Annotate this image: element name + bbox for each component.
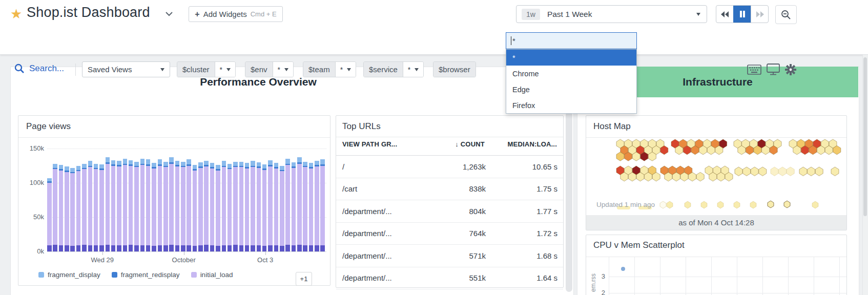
cell-count: 764k	[435, 229, 486, 238]
plus-icon: +	[195, 10, 199, 18]
host-hexagon[interactable]	[831, 167, 839, 176]
host-hexagon[interactable]	[815, 167, 823, 176]
table-row[interactable]: /department/...571k1.68 s	[336, 245, 563, 267]
legend-item[interactable]: initial_load	[191, 271, 233, 279]
dropdown-option[interactable]: Chrome	[506, 66, 636, 81]
host-hexagon[interactable]	[812, 201, 818, 208]
bar-segment-fragment_display	[262, 164, 267, 168]
title-chevron-down-icon[interactable]	[165, 11, 173, 16]
pause-button[interactable]	[733, 6, 751, 23]
column-view-path[interactable]: VIEW PATH GR...	[342, 140, 428, 148]
host-hexagon[interactable]	[779, 167, 787, 176]
host-hexagon[interactable]	[735, 167, 742, 176]
host-hexagon[interactable]	[808, 167, 815, 176]
bar-segment-fragment_display	[193, 165, 197, 169]
cell-median: 1.75 s	[486, 184, 557, 193]
cell-view-path: /department/...	[336, 273, 435, 282]
host-hex-cluster[interactable]	[616, 166, 660, 181]
zoom-out-button[interactable]	[775, 5, 797, 24]
bar-segment-+1_hidden_series	[53, 245, 57, 251]
bar-segment-+1_hidden_series	[262, 246, 267, 251]
legend-label: fragment_display	[48, 271, 100, 279]
host-hex-cluster[interactable]	[616, 139, 668, 161]
legend-overflow-badge[interactable]: +1	[296, 272, 312, 286]
bar-segment-fragment_display	[239, 162, 244, 166]
y-tick-label: 50k	[20, 213, 44, 221]
bar-segment-fragment_redisplay	[146, 164, 151, 166]
host-hexagon[interactable]	[751, 167, 758, 176]
keyboard-shortcuts-icon[interactable]	[747, 65, 761, 75]
dropdown-option[interactable]: Firefox	[506, 97, 636, 113]
host-hex-cluster[interactable]	[831, 167, 839, 176]
bar-segment-initial_load	[140, 165, 145, 245]
bar-segment-+1_hidden_series	[292, 245, 296, 251]
table-row[interactable]: /cart838k1.75 s	[336, 178, 563, 201]
rewind-button[interactable]	[716, 6, 733, 23]
host-hexagon[interactable]	[743, 167, 751, 176]
template-var-service[interactable]: $service *	[363, 61, 424, 77]
dropdown-option[interactable]: *	[506, 50, 636, 66]
host-hexagon[interactable]	[771, 167, 778, 176]
table-row[interactable]: /department/...764k1.72 s	[336, 223, 563, 245]
page-scrollbar-thumb[interactable]	[863, 57, 867, 216]
host-hexagon[interactable]	[784, 201, 790, 208]
host-hexagon[interactable]	[787, 167, 794, 176]
host-hex-cluster[interactable]	[671, 139, 727, 155]
template-var-cluster[interactable]: $cluster *	[177, 61, 236, 77]
host-hexagon[interactable]	[734, 201, 740, 208]
host-hex-cluster[interactable]	[789, 139, 841, 155]
settings-gear-icon[interactable]	[785, 64, 796, 75]
host-hex-cluster[interactable]	[660, 166, 704, 181]
browser-var-input[interactable]: *	[506, 32, 637, 49]
table-row[interactable]: /1,263k10.65 s	[336, 156, 563, 178]
bar-segment-initial_load	[320, 166, 325, 245]
host-hex-cluster[interactable]	[705, 166, 733, 181]
bar-segment-initial_load	[53, 169, 57, 244]
column-count[interactable]: ↓ COUNT	[428, 140, 485, 148]
table-header-row[interactable]: VIEW PATH GR... ↓ COUNT MEDIAN:LOA...	[342, 140, 557, 148]
legend-item[interactable]: fragment_display	[38, 271, 100, 279]
host-hexagon[interactable]	[660, 201, 666, 208]
column-median-load[interactable]: MEDIAN:LOA...	[485, 140, 557, 148]
host-hex-cluster[interactable]	[799, 167, 823, 176]
favorite-star-icon[interactable]: ★	[10, 6, 22, 22]
host-hexagon[interactable]	[768, 201, 774, 208]
bar-segment-+1_hidden_series	[70, 246, 75, 251]
host-hex-cluster[interactable]	[734, 139, 781, 155]
scatter-gridline-v	[762, 257, 763, 295]
time-range-selector[interactable]: 1w Past 1 Week	[516, 5, 707, 23]
host-hexagon[interactable]	[696, 172, 704, 181]
tv-mode-icon[interactable]	[767, 64, 780, 75]
dropdown-option[interactable]: Edge	[506, 81, 636, 97]
bar-segment-+1_hidden_series	[274, 245, 279, 251]
host-hexagon[interactable]	[759, 167, 767, 176]
host-hexagon[interactable]	[685, 201, 691, 208]
bar-segment-fragment_redisplay	[152, 167, 156, 168]
host-hexagon[interactable]	[750, 201, 756, 208]
template-var-env[interactable]: $env *	[245, 61, 294, 77]
bar-segment-fragment_redisplay	[204, 165, 209, 166]
template-var-team[interactable]: $team *	[303, 61, 356, 77]
page-views-chart[interactable]	[47, 149, 326, 251]
legend-item[interactable]: fragment_redisplay	[112, 271, 180, 279]
forward-button[interactable]	[751, 6, 768, 23]
host-hexagon[interactable]	[799, 167, 807, 176]
table-row[interactable]: /department/...804k1.77 s	[336, 200, 563, 223]
bar-segment-fragment_display	[198, 162, 203, 166]
table-row[interactable]: /department/...551k1.64 s	[336, 267, 563, 290]
bar-segment-initial_load	[204, 166, 209, 245]
host-hex-cluster[interactable]	[771, 167, 794, 176]
bar-segment-fragment_display	[117, 161, 121, 165]
host-hexagon[interactable]	[667, 201, 673, 208]
bar-segment-fragment_display	[94, 164, 98, 168]
host-hexagon[interactable]	[701, 201, 707, 208]
saved-views-select[interactable]: Saved Views	[82, 61, 170, 77]
template-var-browser[interactable]: $browser	[433, 61, 476, 77]
group-vertical-scrollbar[interactable]	[566, 112, 572, 292]
host-hex-cluster[interactable]	[735, 167, 767, 176]
search-control[interactable]: Search...	[14, 64, 64, 74]
sort-desc-icon: ↓	[455, 140, 459, 148]
host-hexagon[interactable]	[717, 201, 724, 208]
cell-median: 10.65 s	[486, 162, 557, 171]
add-widgets-button[interactable]: + Add Widgets Cmd + E	[189, 6, 283, 22]
